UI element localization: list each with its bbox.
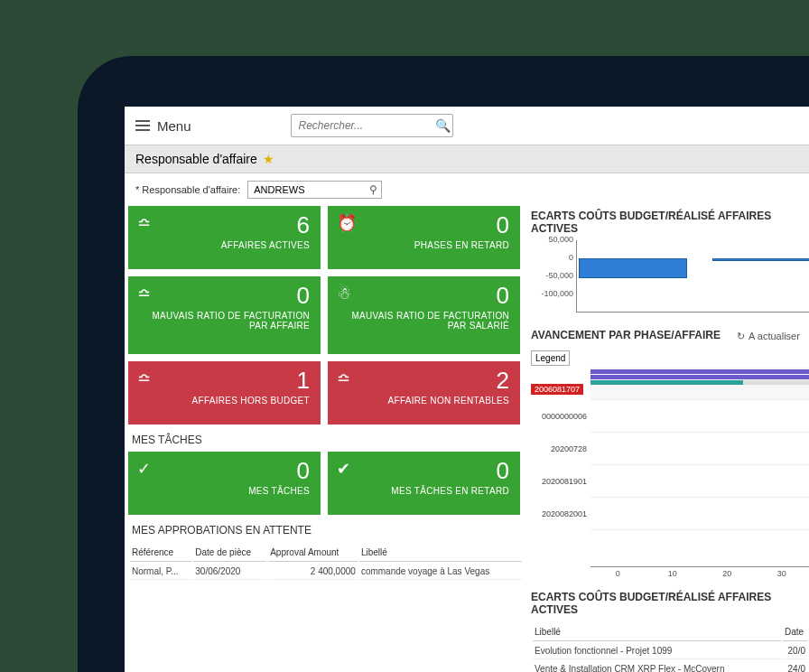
tile-label: MAUVAIS RATIO DE FACTURATION PAR AFFAIRE [139,311,310,331]
col-date[interactable]: Date de pièce [193,544,266,562]
tile-value: 2 [339,369,509,392]
flow-icon: ≏ [137,284,151,303]
tile-label: AFFAIRES HORS BUDGET [139,396,310,406]
topbar: Menu 🔍 [125,107,809,145]
col-libelle[interactable]: Libellé [533,623,781,641]
tile-ratio-affaire[interactable]: ≏ 0 MAUVAIS RATIO DE FACTURATION PAR AFF… [128,276,321,354]
ecarts-table: Libellé Date Evolution fonctionnel - Pro… [531,621,809,672]
col-amount[interactable]: Approval Amount [268,544,358,562]
app-screen: Menu 🔍 Responsable d'affaire ★ * Respons… [125,107,809,672]
tile-non-rentables[interactable]: ≏ 2 AFFAIRE NON RENTABLES [328,361,520,425]
flow-icon: ≏ [337,369,350,388]
gantt-row-tag[interactable]: 2006081707 [531,384,583,395]
bar-series-a[interactable] [579,258,687,278]
favorite-icon[interactable]: ★ [263,152,274,166]
col-ref[interactable]: Référence [130,544,191,562]
tile-value: 0 [339,459,509,482]
gantt-legend[interactable]: Legend [531,350,570,366]
lookup-icon[interactable]: ⚲ [366,183,381,196]
menu-button[interactable]: Menu [135,118,191,134]
device-frame: Menu 🔍 Responsable d'affaire ★ * Respons… [78,56,809,672]
tile-value: 0 [139,284,310,307]
bar-series-b[interactable] [712,258,809,261]
gantt-chart: Legend 2006081707 [531,350,809,578]
tile-value: 0 [339,213,509,237]
filter-row: * Responsable d'affaire: ⚲ [125,173,809,206]
tile-label: MAUVAIS RATIO DE FACTURATION PAR SALARIÉ [339,311,509,331]
tile-label: PHASES EN RETARD [339,240,509,250]
tile-affaires-actives[interactable]: ≏ 6 AFFAIRES ACTIVES [128,206,321,269]
check-circle-icon: ✔ [337,459,350,479]
hamburger-icon [135,120,150,131]
col-libelle[interactable]: Libellé [359,544,522,562]
tile-label: MES TÂCHES [139,486,310,496]
flow-icon: ≏ [137,213,151,233]
filter-label: * Responsable d'affaire: [135,184,240,195]
page-title: Responsable d'affaire [135,152,257,166]
search-field[interactable]: 🔍 [291,114,453,137]
section-mes-taches: MES TÂCHES [128,425,524,452]
ecarts2-title: ECARTS COÛTS BUDGET/RÉALISÉ AFFAIRES ACT… [531,587,809,621]
table-row[interactable]: Normal, P... 30/06/2020 2 400,0000 comma… [130,564,522,580]
tile-ratio-salarie[interactable]: ☃ 0 MAUVAIS RATIO DE FACTURATION PAR SAL… [328,276,520,354]
tile-value: 6 [139,213,310,237]
cell-libelle: commande voyage à Las Vegas [359,564,522,580]
approvals-table: Référence Date de pièce Approval Amount … [128,542,524,582]
tile-value: 0 [139,459,310,482]
table-row[interactable]: Vente & Installation CRM XRP Flex - McCo… [533,661,807,672]
chart-y-axis: 50,000 0 -50,000 -100,000 [534,235,573,307]
page-subheader: Responsable d'affaire ★ [125,145,809,173]
person-icon: ☃ [337,284,351,303]
col-date[interactable]: Date [783,623,807,641]
cell-ref: Normal, P... [130,564,191,580]
search-icon[interactable]: 🔍 [435,118,451,133]
tile-label: MES TÂCHES EN RETARD [339,486,509,496]
flow-icon: ≏ [137,369,151,388]
clock-icon: ⏰ [337,213,357,233]
tile-mes-taches-retard[interactable]: ✔ 0 MES TÂCHES EN RETARD [328,452,520,515]
tile-label: AFFAIRES ACTIVES [139,240,310,250]
refresh-icon: ↻ [737,331,745,342]
table-row[interactable]: Evolution fonctionnel - Projet 109920/0 [533,643,807,659]
tile-value: 0 [339,284,509,307]
responsable-input[interactable] [248,182,366,198]
tile-mes-taches[interactable]: ✓ 0 MES TÂCHES [128,452,321,515]
search-input[interactable] [299,119,435,132]
tile-value: 1 [139,369,310,392]
cell-date: 30/06/2020 [193,564,266,580]
avancement-title: AVANCEMENT PAR PHASE/AFFAIRE [531,325,721,347]
tile-hors-budget[interactable]: ≏ 1 AFFAIRES HORS BUDGET [128,361,321,425]
menu-label: Menu [157,118,191,134]
check-icon: ✓ [137,459,151,479]
refresh-button[interactable]: ↻ A actualiser [737,331,800,342]
section-approbations: MES APPROBATIONS EN ATTENTE [128,515,524,542]
tile-label: AFFAIRE NON RENTABLES [339,396,509,406]
ecarts-chart: 50,000 0 -50,000 -100,000 [576,240,809,313]
tile-phases-retard[interactable]: ⏰ 0 PHASES EN RETARD [328,206,520,269]
gantt-x-axis: 0 10 20 30 [590,566,809,578]
gantt-row: 2006081707 [531,368,809,400]
cell-amount: 2 400,0000 [268,564,358,580]
